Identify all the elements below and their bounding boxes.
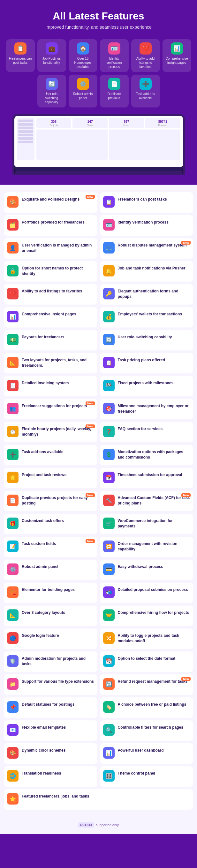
feature-card-11: 📊 Comprehensive insight pages xyxy=(4,307,97,328)
new-badge-21: New xyxy=(86,425,95,428)
feature-icon-38: 🤝 xyxy=(103,609,115,621)
footer-badge-area: REDUX supported only xyxy=(0,817,197,834)
feature-text-18: Fixed projects with milestones xyxy=(118,380,190,386)
laptop-base xyxy=(15,167,183,170)
feature-card-21: ⏱️ Flexible hourly projects (daily, week… xyxy=(4,422,97,442)
sidebar-mock-1 xyxy=(18,120,33,122)
chart-2 xyxy=(109,129,180,160)
feature-icon-8: 🔔 xyxy=(103,265,115,276)
top-features-grid: 📋 Freelancers can post tasks 💼 Job Posti… xyxy=(0,36,197,111)
feature-card-29: 🎁 Customized task offers xyxy=(4,514,97,534)
new-badge-31: New xyxy=(86,539,95,543)
feature-card-32: 🔁 Order management with revision capabil… xyxy=(100,537,194,557)
feature-card-7: 🔒 Option for short names to protect iden… xyxy=(4,261,97,282)
feature-card-37: 📐 Over 3 category layouts xyxy=(4,606,97,626)
feature-card-31: 📝 Task custom fields New xyxy=(4,537,97,557)
top-feature-icon-7: ⚙️ xyxy=(77,78,89,90)
feature-icon-45: 📌 xyxy=(7,701,19,713)
feature-icon-5: 👤 xyxy=(7,242,19,253)
feature-text-33: Robust admin panel xyxy=(22,563,94,569)
feature-text-39: Google login feature xyxy=(22,632,94,639)
feature-icon-16: 📋 xyxy=(103,357,115,368)
feature-icon-28: 🔧 xyxy=(103,495,115,506)
feature-text-15: Two layouts for projects, tasks, and fre… xyxy=(22,357,94,368)
feature-icon-26: 📅 xyxy=(103,472,115,483)
feature-icon-9: ❤️ xyxy=(7,288,19,300)
feature-card-2: 📋 Freelancers can post tasks xyxy=(100,192,194,213)
feature-text-30: WooCommerce integration for payments xyxy=(118,518,190,529)
top-feature-item-4: ❤️ Ability to add listings to favorites xyxy=(131,39,160,72)
feature-icon-12: 💰 xyxy=(103,311,115,322)
feature-icon-21: ⏱️ xyxy=(7,426,19,437)
sidebar-mock-2 xyxy=(18,123,33,126)
top-feature-label-2: Over 15 Homepages available xyxy=(71,57,95,69)
feature-card-24: 💲 Monetization options with packages and… xyxy=(100,445,194,465)
feature-icon-27: 📄 xyxy=(7,495,19,506)
sidebar-mock-5 xyxy=(18,134,33,136)
feature-card-15: 📐 Two layouts for projects, tasks, and f… xyxy=(4,353,97,373)
feature-icon-1: 🎨 xyxy=(7,196,19,208)
feature-icon-11: 📊 xyxy=(7,311,19,322)
feature-text-46: A choice between free or paid listings xyxy=(118,701,190,707)
feature-text-42: Option to select the date format xyxy=(118,655,190,661)
feature-icon-36: 📬 xyxy=(103,586,115,598)
feature-icon-6: ⚖️ xyxy=(103,242,115,253)
feature-text-12: Employers' wallets for transactions xyxy=(118,311,190,317)
feature-text-7: Option for short names to protect identi… xyxy=(22,265,94,276)
feature-icon-46: 🏷️ xyxy=(103,701,115,713)
feature-card-43: 📁 Support for various file type extensio… xyxy=(4,675,97,695)
feature-text-47: Flexible email templates xyxy=(22,724,94,730)
top-feature-icon-3: 🪪 xyxy=(108,42,120,55)
screen-sidebar xyxy=(17,118,34,160)
charts-row xyxy=(36,129,180,160)
feature-icon-52: 🎛️ xyxy=(103,770,115,782)
feature-card-39: 🔵 Google login feature xyxy=(4,628,97,649)
screen-main-content: 305 Projects 147 Tasks 697 Users $9741 xyxy=(36,118,180,160)
feature-icon-39: 🔵 xyxy=(7,632,19,644)
top-feature-item-0: 📋 Freelancers can post tasks xyxy=(6,39,35,72)
feature-card-34: 💳 Easy withdrawal process xyxy=(100,560,194,580)
feature-text-6: Robust disputes management system xyxy=(118,242,190,248)
top-feature-item-3: 🪪 Identity verification process xyxy=(100,39,129,72)
top-feature-label-3: Identity verification process xyxy=(103,57,126,69)
top-feature-icon-1: 💼 xyxy=(46,42,58,55)
feature-text-44: Refund request management for tasks xyxy=(118,678,190,684)
feature-icon-10: 🔑 xyxy=(103,288,115,300)
feature-card-25: ⭐ Project and task reviews xyxy=(4,468,97,488)
feature-card-23: ➕ Task add-ons available xyxy=(4,445,97,465)
feature-text-38: Comprehensive hiring flow for projects xyxy=(118,609,190,615)
feature-icon-29: 🎁 xyxy=(7,518,19,529)
page-title: All Latest Features xyxy=(6,10,191,22)
feature-text-23: Task add-ons available xyxy=(22,449,94,455)
feature-card-14: 🔄 User role-switching capability xyxy=(100,330,194,350)
top-feature-item-8: 📄 Duplicate previous xyxy=(100,74,129,107)
stat-lbl-1: Projects xyxy=(50,124,58,126)
laptop-stand xyxy=(15,170,183,173)
feature-text-27: Duplicate previous projects for easy pos… xyxy=(22,495,94,506)
sidebar-mock-7 xyxy=(18,141,33,143)
feature-card-53: ⭐ Featured freelancers, jobs, and tasks xyxy=(4,789,193,810)
feature-text-53: Featured freelancers, jobs, and tasks xyxy=(22,793,190,799)
feature-card-47: 📧 Flexible email templates xyxy=(4,720,97,741)
feature-icon-48: 🔍 xyxy=(103,724,115,736)
feature-text-34: Easy withdrawal process xyxy=(118,563,190,569)
feature-card-27: 📄 Duplicate previous projects for easy p… xyxy=(4,491,97,511)
laptop-screen: 305 Projects 147 Tasks 697 Users $9741 xyxy=(15,116,183,167)
feature-card-42: 📆 Option to select the date format xyxy=(100,651,194,672)
feature-card-33: ⚙️ Robust admin panel xyxy=(4,560,97,580)
feature-text-32: Order management with revision capabilit… xyxy=(118,540,190,552)
top-feature-item-6: 🔄 User role-switching capability xyxy=(37,74,66,107)
stat-num-4: $9741 xyxy=(158,120,167,123)
stat-num-3: 697 xyxy=(124,120,129,123)
sidebar-mock-4 xyxy=(18,130,33,133)
feature-icon-44: ↩️ xyxy=(103,678,115,690)
top-feature-label-7: Robust admin panel xyxy=(71,92,95,100)
feature-icon-13: 💵 xyxy=(7,334,19,345)
feature-card-6: ⚖️ Robust disputes management system New xyxy=(100,238,194,259)
stat-1: 305 Projects xyxy=(36,118,72,128)
feature-card-52: 🎛️ Theme control panel xyxy=(100,766,194,787)
feature-card-40: 🔀 Ability to toggle projects and task mo… xyxy=(100,628,194,649)
new-badge-27: New xyxy=(86,493,95,497)
feature-card-13: 💵 Payouts for freelancers xyxy=(4,330,97,350)
feature-text-25: Project and task reviews xyxy=(22,472,94,478)
